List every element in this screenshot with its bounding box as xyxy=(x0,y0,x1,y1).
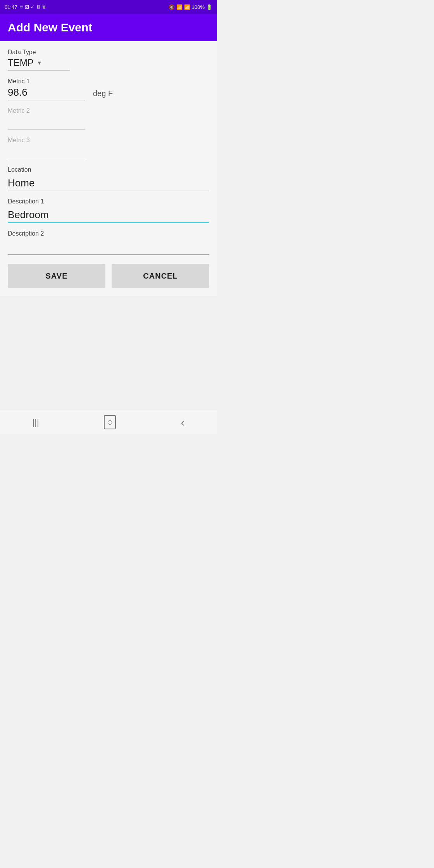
metric3-group: Metric 3 xyxy=(8,137,209,159)
description2-label: Description 2 xyxy=(8,230,209,237)
description1-input[interactable] xyxy=(8,207,209,222)
metric3-input-wrap[interactable] xyxy=(8,145,85,159)
back-icon[interactable]: ‹ xyxy=(181,416,184,429)
save-button[interactable]: SAVE xyxy=(8,264,105,288)
description2-input[interactable] xyxy=(8,239,209,254)
description1-input-wrap xyxy=(8,207,209,223)
form-content: Data Type TEMP ▼ Metric 1 deg F Metric 2… xyxy=(0,41,217,296)
status-right: 🔇 📶 📶 100% 🔋 xyxy=(169,4,212,10)
data-type-dropdown[interactable]: TEMP ▼ xyxy=(8,57,70,71)
time: 01:47 xyxy=(5,4,17,10)
metric1-group: Metric 1 deg F xyxy=(8,78,209,100)
metric1-unit: deg F xyxy=(93,89,113,100)
metric1-input-wrap xyxy=(8,86,85,100)
notification-icons: ♾ 🖼 ✓ 🖥 🖩 xyxy=(19,4,46,10)
chevron-down-icon: ▼ xyxy=(37,60,42,66)
description2-input-wrap xyxy=(8,239,209,255)
metric1-input[interactable] xyxy=(8,86,85,100)
description1-label: Description 1 xyxy=(8,198,209,205)
data-type-value: TEMP xyxy=(8,57,34,68)
description2-group: Description 2 xyxy=(8,230,209,255)
status-bar: 01:47 ♾ 🖼 ✓ 🖥 🖩 🔇 📶 📶 100% 🔋 xyxy=(0,0,217,14)
description1-group: Description 1 xyxy=(8,198,209,223)
status-left: 01:47 ♾ 🖼 ✓ 🖥 🖩 xyxy=(5,4,46,10)
location-input[interactable] xyxy=(8,175,209,191)
data-type-label: Data Type xyxy=(8,49,209,56)
page-header: Add New Event xyxy=(0,14,217,41)
location-group: Location xyxy=(8,166,209,191)
data-type-group: Data Type TEMP ▼ xyxy=(8,49,209,71)
metric3-label: Metric 3 xyxy=(8,137,209,144)
metric1-label: Metric 1 xyxy=(8,78,209,85)
button-row: SAVE CANCEL xyxy=(8,264,209,288)
cancel-button[interactable]: CANCEL xyxy=(112,264,209,288)
location-label: Location xyxy=(8,166,209,173)
metric2-label: Metric 2 xyxy=(8,107,209,114)
wifi-icon: 📶 xyxy=(176,4,183,10)
metric2-group: Metric 2 xyxy=(8,107,209,130)
metric1-row: deg F xyxy=(8,86,209,100)
location-input-wrap xyxy=(8,175,209,191)
home-icon[interactable]: ○ xyxy=(104,415,116,429)
battery-text: 100% xyxy=(192,4,205,10)
mute-icon: 🔇 xyxy=(169,4,175,10)
page-title: Add New Event xyxy=(8,21,92,34)
menu-icon[interactable]: ||| xyxy=(33,417,39,427)
signal-icon: 📶 xyxy=(184,4,190,10)
battery-icon: 🔋 xyxy=(206,4,212,10)
bottom-nav: ||| ○ ‹ xyxy=(0,410,217,434)
metric2-input-wrap[interactable] xyxy=(8,116,85,130)
